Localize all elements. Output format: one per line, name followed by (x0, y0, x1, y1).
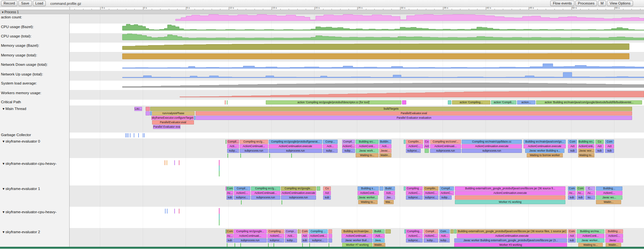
skyframe-evaluator-2-bar[interactable]: Compi... (285, 229, 297, 234)
skyframe-evaluator-0-bar[interactable]: Acti... (379, 144, 391, 148)
track-label-skyframe-evaluator-1[interactable]: ▾ skyframe-evaluator 1 (3, 186, 40, 191)
skyframe-evaluator-0-bar[interactable]: ActionContinuation.execute (269, 144, 322, 148)
skyframe-evaluator-0-bar[interactable]: Waitin... (379, 153, 391, 157)
skyframe-evaluator-1-bar[interactable] (455, 195, 565, 200)
skyframe-evaluator-2-bar[interactable] (454, 229, 457, 234)
skyframe-evaluator-2-bar[interactable]: Ac... (226, 234, 233, 238)
skyframe-evaluator-0-bar[interactable]: subp... (323, 149, 338, 153)
skyframe-evaluator-1-bar[interactable]: Ac... (568, 191, 576, 195)
skyframe-evaluator-2-bar[interactable]: Acti... (285, 234, 297, 238)
skyframe-evaluator-1-bar[interactable]: sub (568, 195, 576, 200)
cpu-heavy-2-stack-tick[interactable] (219, 214, 220, 220)
critical-path-segment[interactable] (448, 100, 451, 105)
skyframe-evaluator-0-bar[interactable]: subp... (342, 149, 355, 153)
cpu-heavy-2-tick[interactable] (174, 209, 175, 214)
skyframe-evaluator-2-bar[interactable] (328, 229, 332, 234)
skyframe-evaluator-1-bar[interactable]: su... (585, 195, 595, 200)
critical-path-segment[interactable] (402, 100, 406, 105)
skyframe-evaluator-1-bar[interactable]: ActionC... (596, 191, 622, 195)
track-label-skyframe-evaluator-cpu-heavy-1[interactable]: ▾ skyframe-evaluator-cpu-heavy- (3, 161, 56, 166)
gc-tick[interactable] (127, 133, 127, 137)
cpu-heavy-2-tick[interactable] (165, 209, 166, 214)
skyframe-evaluator-0-bar[interactable]: subproc... (406, 149, 421, 153)
skyframe-evaluator-0-bar[interactable] (425, 149, 429, 153)
skyframe-evaluator-0-bar[interactable]: subprocess.run (269, 149, 322, 153)
main-thread-bar[interactable] (146, 111, 150, 115)
gc-tick[interactable] (143, 133, 143, 137)
skyframe-evaluator-2-bar[interactable]: ActionContinuati... (341, 234, 372, 238)
skyframe-evaluator-2-bar[interactable]: ActionConti... (309, 234, 328, 238)
skyframe-evaluator-2-bar[interactable]: Acti... (373, 234, 385, 238)
skyframe-evaluator-1-bar[interactable]: ActionC... (424, 191, 438, 195)
gc-tick[interactable] (125, 133, 126, 137)
skyframe-evaluator-0-bar[interactable]: Waiting to... (356, 153, 379, 157)
gc-tick[interactable] (282, 200, 282, 204)
skyframe-evaluator-0-bar[interactable]: Waiting to borrow worker (527, 153, 563, 157)
skyframe-evaluator-0-bar[interactable]: Act (568, 144, 577, 148)
skyframe-evaluator-2-bar[interactable]: Com... (439, 229, 450, 234)
skyframe-evaluator-2-bar[interactable]: subproc... (406, 238, 423, 243)
skyframe-evaluator-2-bar[interactable]: Com (226, 229, 233, 234)
main-thread-bar[interactable]: buildTargets (150, 107, 632, 111)
cpu-heavy-1-tick[interactable] (167, 160, 167, 165)
skyframe-evaluator-0-bar[interactable]: Compilin... (406, 140, 423, 144)
skyframe-evaluator-0-bar[interactable]: Compiling src/core/... (430, 140, 461, 144)
skyframe-evaluator-0-bar[interactable]: Building src... (356, 140, 379, 144)
skyframe-evaluator-2-bar[interactable]: Javac worker Building external/com_googl… (454, 238, 567, 243)
skyframe-evaluator-0-bar[interactable]: Com (605, 140, 614, 144)
skyframe-evaluator-1-bar[interactable]: ActionContinuati... (251, 191, 280, 195)
skyframe-evaluator-0-bar[interactable]: ActionConti... (578, 144, 594, 148)
track-label-main-thread[interactable]: ▾ Main Thread (3, 106, 26, 111)
skyframe-evaluator-1-bar[interactable]: Compil... (439, 186, 454, 191)
skyframe-evaluator-0-bar[interactable]: Javac work... (356, 149, 379, 153)
skyframe-evaluator-1-bar[interactable]: subprocess.run (251, 195, 280, 200)
skyframe-evaluator-2-bar[interactable] (450, 229, 454, 234)
skyframe-evaluator-0-bar[interactable]: Act (605, 144, 614, 148)
skyframe-evaluator-2-bar[interactable]: subp... (439, 238, 450, 243)
skyframe-evaluator-2-bar[interactable]: subproc... (267, 238, 284, 243)
gc-tick[interactable] (138, 133, 139, 137)
cpu-heavy-2-tick[interactable] (179, 209, 179, 214)
track-label-skyframe-evaluator-0[interactable]: ▾ skyframe-evaluator 0 (3, 139, 40, 144)
skyframe-evaluator-1-bar[interactable]: Ac... (226, 191, 233, 195)
skyframe-evaluator-0-bar[interactable]: sub (595, 149, 604, 153)
skyframe-evaluator-0-bar[interactable]: Compiling src/google/protobuf/generat... (269, 140, 322, 144)
skyframe-evaluator-1-bar[interactable]: Build... (384, 186, 395, 191)
skyframe-evaluator-2-bar[interactable]: sub (302, 238, 308, 243)
skyframe-evaluator-1-bar[interactable]: Co (323, 186, 331, 191)
skyframe-evaluator-2-bar[interactable]: Java... (373, 238, 385, 243)
skyframe-evaluator-2-bar[interactable]: Act (568, 234, 576, 238)
skyframe-evaluator-2-bar[interactable]: Act (302, 234, 308, 238)
skyframe-evaluator-0-bar[interactable]: Building src... (578, 140, 594, 144)
critical-path-segment[interactable]: action 'Building src/main/java/com/googl… (536, 100, 642, 105)
skyframe-evaluator-1-bar[interactable]: ActionC... (439, 191, 454, 195)
skyframe-evaluator-2-bar[interactable]: sub (568, 238, 576, 243)
skyframe-evaluator-2-bar[interactable]: Building ... (605, 229, 623, 234)
gc-tick[interactable] (240, 154, 241, 158)
skyframe-evaluator-0-bar[interactable]: subprocess.run (462, 149, 522, 153)
skyframe-evaluator-1-bar[interactable]: Wai... (384, 200, 394, 204)
skyframe-evaluator-1-bar[interactable]: Compiling ... (406, 186, 423, 191)
skyframe-evaluator-1-bar[interactable] (380, 186, 383, 191)
skyframe-evaluator-2-bar[interactable]: subproc... (309, 238, 328, 243)
toolbar-button-view-options[interactable]: View Options (607, 1, 633, 6)
skyframe-evaluator-0-bar[interactable]: ActionContinuation.execute (462, 144, 522, 148)
skyframe-evaluator-1-bar[interactable]: Ac... (585, 191, 595, 195)
toolbar-button-save[interactable]: Save (18, 1, 32, 6)
critical-path-segment[interactable]: action... (517, 100, 535, 105)
skyframe-evaluator-1-bar[interactable]: subprocess.run (281, 195, 316, 200)
skyframe-evaluator-2-bar[interactable]: Building external/com_google_protobuf/ja… (457, 229, 567, 234)
skyframe-evaluator-0-bar[interactable]: Javac worker Building s... (525, 149, 564, 153)
skyframe-evaluator-2-bar[interactable]: Compil... (424, 229, 438, 234)
skyframe-evaluator-1-bar[interactable] (404, 186, 406, 191)
gc-tick[interactable] (269, 154, 270, 158)
main-thread-bar[interactable]: Lau... (134, 107, 142, 111)
skyframe-evaluator-0-bar[interactable]: Acti... (323, 144, 338, 148)
skyframe-evaluator-2-bar[interactable]: subp... (424, 238, 438, 243)
skyframe-evaluator-0-bar[interactable]: Com (568, 140, 577, 144)
skyframe-evaluator-2-bar[interactable]: Compiling... (406, 229, 423, 234)
skyframe-evaluator-2-bar[interactable]: Buildi... (373, 229, 385, 234)
skyframe-evaluator-0-bar[interactable]: ActionContinuati... (430, 144, 461, 148)
skyframe-evaluator-0-bar[interactable]: Act (595, 144, 604, 148)
skyframe-evaluator-2-bar[interactable]: ActionConti... (577, 234, 604, 238)
